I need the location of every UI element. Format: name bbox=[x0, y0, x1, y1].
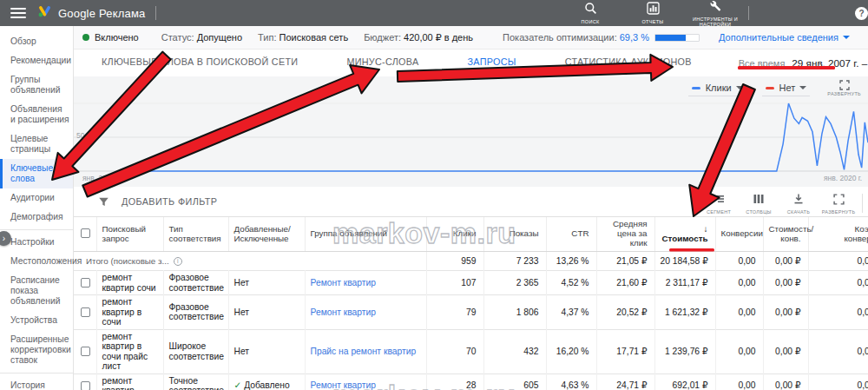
menu-icon[interactable] bbox=[10, 8, 26, 18]
ad-group-link[interactable]: Ремонт квартир bbox=[311, 307, 377, 317]
match-type-cell: Широкое соответствие bbox=[163, 329, 228, 373]
metric-cell: 21,60 ₽ bbox=[596, 271, 654, 295]
metric-cell: 16,20 % bbox=[546, 329, 596, 373]
sidebar-nav: ОбзорРекомендацииГруппы объявленийОбъявл… bbox=[0, 26, 74, 390]
ads-logo-icon bbox=[38, 5, 51, 21]
metric-cell: 692,01 ₽ bbox=[654, 373, 715, 390]
expand-button[interactable]: РАЗВЕРНУТЬ bbox=[819, 193, 858, 215]
chevron-down-icon bbox=[843, 36, 850, 39]
expand-icon bbox=[839, 80, 850, 90]
campaign-status-bar: Включено Статус: Допущено Тип: Поисковая… bbox=[74, 26, 868, 50]
row-checkbox-cell bbox=[74, 295, 96, 330]
sidebar-item-группы-объявлений[interactable]: Группы объявлений bbox=[0, 70, 73, 100]
metric1-dropdown[interactable]: Клики bbox=[688, 80, 746, 96]
check-icon: ✓ bbox=[234, 380, 242, 390]
sidebar-item-расширенные-корректировки-ставок[interactable]: Расширенные корректировки ставок bbox=[0, 330, 73, 370]
metric2-dropdown[interactable]: Нет bbox=[762, 80, 811, 96]
sidebar-item-ключевые-слова[interactable]: Ключевые слова bbox=[0, 159, 73, 188]
column-header-8[interactable]: Средняя цена за клик bbox=[596, 217, 654, 252]
column-header-10[interactable]: Конверсии bbox=[715, 217, 763, 252]
added-excluded-cell: ✓Добавлено bbox=[228, 373, 305, 390]
column-header-2[interactable]: Тип соответствия bbox=[163, 217, 228, 252]
column-header-6[interactable]: Показы bbox=[483, 217, 546, 252]
metric-cell: 0,00 bbox=[715, 295, 763, 330]
google-ads-logo[interactable]: Google Реклама bbox=[38, 5, 145, 21]
sidebar-item-расписание-показа-объявлений[interactable]: Расписание показа объявлений bbox=[0, 271, 73, 311]
ad-group-cell: Ремонт квартир bbox=[305, 373, 426, 390]
metric-cell: 24,71 ₽ bbox=[596, 373, 654, 390]
sidebar-item-обзор[interactable]: Обзор bbox=[0, 32, 73, 51]
table-toolbar: ДОБАВИТЬ ФИЛЬТР СЕГМЕНТСТОЛБЦЫСКАЧАТЬРАЗ… bbox=[74, 187, 868, 217]
row-checkbox[interactable] bbox=[81, 381, 90, 390]
sidebar-item-целевые-страницы[interactable]: Целевые страницы bbox=[0, 129, 73, 159]
tab-ключевые-слова-в-поисковой-сети[interactable]: КЛЮЧЕВЫЕ СЛОВА В ПОИСКОВОЙ СЕТИ bbox=[100, 50, 299, 76]
info-icon[interactable]: i bbox=[174, 257, 182, 266]
chevron-down-icon bbox=[736, 86, 743, 89]
performance-chart-panel: Клики Нет РАЗВЕРНУТЬ 50 янв. 2007 г. янв… bbox=[74, 76, 868, 187]
column-header-12[interactable]: Коэфф. конверсии bbox=[808, 217, 868, 252]
search-button[interactable]: ПОИСК bbox=[567, 2, 614, 24]
clicks-line-chart bbox=[74, 96, 868, 176]
column-header-4[interactable]: Группа объявлений bbox=[305, 217, 426, 252]
total-label: Итого (поисковые з...i bbox=[79, 256, 423, 267]
column-header-7[interactable]: CTR bbox=[546, 217, 596, 252]
column-header-11[interactable]: Стоимость/​конв. bbox=[763, 217, 808, 252]
tab-статистика-аукционов[interactable]: СТАТИСТИКА АУКЦИОНОВ bbox=[563, 50, 694, 76]
metric-cell: 17,71 ₽ bbox=[596, 329, 654, 373]
chart-expand-button[interactable]: РАЗВЕРНУТЬ bbox=[827, 80, 861, 96]
tab-минус-слова[interactable]: МИНУС-СЛОВА bbox=[345, 50, 420, 76]
metric-cell: 432 bbox=[483, 329, 546, 373]
table-total-row: Итого (поисковые з...i9597 23313,26 %21,… bbox=[74, 252, 868, 271]
metric-cell: 1 239,76 ₽ bbox=[654, 329, 715, 373]
row-checkbox[interactable] bbox=[81, 307, 90, 317]
total-value-cell: 0,00 bbox=[715, 252, 763, 271]
campaign-state[interactable]: Включено bbox=[82, 32, 139, 43]
sidebar-item-демография[interactable]: Демография bbox=[0, 208, 73, 227]
metric-cell: 0,00 % bbox=[808, 329, 868, 373]
added-excluded-cell: Нет bbox=[228, 295, 305, 330]
columns-button[interactable]: СТОЛБЦЫ bbox=[739, 193, 779, 215]
sidebar-item-рекомендации[interactable]: Рекомендации bbox=[0, 51, 73, 70]
details-link[interactable]: Дополнительные сведения bbox=[719, 32, 850, 43]
sidebar-item-местоположения[interactable]: Местоположения bbox=[0, 252, 73, 271]
metric-cell: 28 bbox=[426, 373, 483, 390]
metric-cell: 1 806 bbox=[483, 295, 546, 330]
add-filter-button[interactable]: ДОБАВИТЬ ФИЛЬТР bbox=[98, 196, 217, 208]
tools-button[interactable]: ИНСТРУМЕНТЫ И НАСТРОЙКИ bbox=[692, 0, 739, 27]
column-header-5[interactable]: Клики bbox=[426, 217, 483, 252]
column-header-3[interactable]: Добавленные/​Исключенные bbox=[228, 217, 305, 252]
header-select-all bbox=[74, 217, 96, 252]
match-type-cell: Фразовое соответствие bbox=[163, 271, 228, 295]
select-all-checkbox[interactable] bbox=[81, 228, 90, 238]
date-range-picker[interactable]: Все время 29 янв. 2007 г. – 5 янв. 2020 … bbox=[739, 50, 868, 76]
metric-cell: 0,00 ₽ bbox=[763, 373, 808, 390]
total-value-cell: 0,00 ₽ bbox=[763, 252, 808, 271]
row-checkbox[interactable] bbox=[81, 278, 90, 288]
tab-запросы[interactable]: ЗАПРОСЫ bbox=[465, 50, 517, 76]
added-excluded-cell: Нет bbox=[228, 271, 305, 295]
metric-cell: 0,00 ₽ bbox=[763, 271, 808, 295]
optimization-score: Показатель оптимизации: 69,3 % bbox=[503, 32, 700, 43]
campaign-budget[interactable]: Бюджет: 420,00 ₽ в день bbox=[364, 32, 473, 43]
search-term-cell: ремонт квартир в сочи bbox=[96, 295, 163, 330]
total-value-cell: 7 233 bbox=[483, 252, 546, 271]
reports-button[interactable]: ОТЧЕТЫ bbox=[629, 2, 676, 24]
sidebar-item-объявления-и-расширения[interactable]: Объявления и расширения bbox=[0, 100, 73, 129]
ad-group-link[interactable]: Ремонт квартир bbox=[311, 278, 377, 288]
metric-cell: 2 365 bbox=[483, 271, 546, 295]
ad-group-link[interactable]: Прайс на ремонт квартир bbox=[311, 347, 417, 356]
column-header-1[interactable]: Поисковый запрос bbox=[96, 217, 163, 252]
row-checkbox[interactable] bbox=[81, 347, 90, 356]
column-header-9[interactable]: ↓ Стоимость bbox=[654, 217, 715, 252]
segment-button[interactable]: СЕГМЕНТ bbox=[699, 193, 739, 215]
table-row: ремонт квартир сочиФразовое соответствие… bbox=[74, 271, 868, 295]
sidebar-item-аудитории[interactable]: Аудитории bbox=[0, 188, 73, 208]
series-dash-icon bbox=[692, 87, 700, 89]
sidebar-item-история[interactable]: История bbox=[0, 376, 73, 390]
ad-group-link[interactable]: Ремонт квартир bbox=[311, 380, 377, 390]
metric-cell: 4,52 % bbox=[546, 271, 596, 295]
download-button[interactable]: СКАЧАТЬ bbox=[779, 193, 819, 215]
series-dash-icon bbox=[766, 87, 774, 89]
help-button[interactable]: ? bbox=[855, 7, 868, 20]
sidebar-item-устройства[interactable]: Устройства bbox=[0, 311, 73, 330]
